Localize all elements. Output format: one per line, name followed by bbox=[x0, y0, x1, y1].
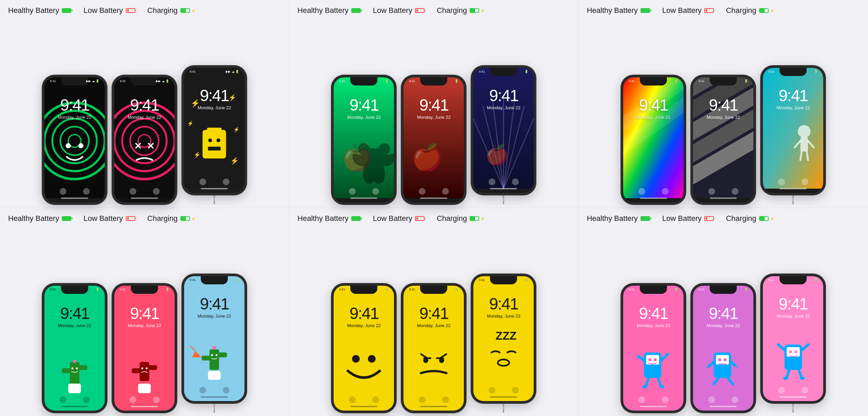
charging-battery-icon bbox=[470, 216, 479, 221]
healthy-header: Healthy Battery bbox=[587, 6, 650, 15]
low-header: Low Battery bbox=[83, 6, 135, 15]
svg-rect-77 bbox=[202, 356, 211, 360]
phone-statusbar: 9:41 ▶▶ ☁ 🔋 bbox=[184, 70, 244, 73]
low-label: Low Battery bbox=[83, 6, 123, 15]
phone-statusbar: 9:41🔋 bbox=[693, 79, 753, 83]
healthy-battery-icon bbox=[62, 8, 71, 13]
phone-icon-camera bbox=[83, 188, 90, 195]
phone-healthy: 9:41 ▶▶ ☁ 🔋 9:41 Monday, June 22 bbox=[42, 75, 107, 204]
charging-cable bbox=[503, 402, 504, 413]
charging-cable bbox=[503, 194, 504, 204]
phone-home-indicator bbox=[350, 197, 377, 199]
phone-body: 9:41🔋 9:41 Monday, June 22 bbox=[112, 284, 177, 413]
phone-home-indicator bbox=[201, 188, 228, 189]
svg-rect-62 bbox=[78, 365, 87, 370]
svg-point-108 bbox=[634, 354, 637, 357]
svg-point-133 bbox=[783, 377, 788, 380]
phone-icon-camera bbox=[372, 396, 379, 403]
phone-icon-camera bbox=[802, 178, 808, 185]
phone-home-indicator bbox=[710, 197, 737, 199]
phones-row: 9:41🔋 9:41 Monday, June 22 bbox=[587, 19, 860, 204]
svg-text:⚡: ⚡ bbox=[230, 156, 239, 165]
phone-icon-camera bbox=[442, 188, 449, 195]
phone-body: ZZZ 9:41🔋 9:41 Monda bbox=[471, 274, 536, 403]
svg-rect-61 bbox=[62, 368, 72, 373]
svg-point-100 bbox=[648, 358, 651, 361]
phone-icon-flashlight bbox=[489, 387, 495, 394]
svg-point-93 bbox=[439, 358, 444, 363]
svg-point-127 bbox=[789, 350, 792, 353]
low-battery-icon bbox=[126, 8, 135, 13]
low-label: Low Battery bbox=[83, 214, 123, 223]
phone-icon-camera bbox=[512, 178, 519, 185]
phone-bottom-icons bbox=[44, 188, 105, 195]
phone-icon-camera bbox=[223, 178, 230, 185]
low-label: Low Battery bbox=[662, 6, 702, 15]
phone-body: 9:41🔋 9:41 Monday, June 22 bbox=[42, 284, 107, 413]
phone-icon-flashlight bbox=[708, 188, 715, 195]
svg-point-128 bbox=[794, 350, 797, 353]
phone-icon-camera bbox=[662, 188, 669, 195]
phone-low: 9:41🔋 9:41 Monday, June 22 bbox=[401, 284, 466, 413]
phone-bottom-icons bbox=[184, 178, 244, 185]
low-battery-icon bbox=[704, 216, 714, 221]
low-header: Low Battery bbox=[373, 6, 425, 15]
phone-icon-camera bbox=[732, 396, 738, 403]
low-battery-icon bbox=[704, 8, 714, 13]
phone-bottom-icons bbox=[473, 387, 534, 394]
svg-text:🍎: 🍎 bbox=[412, 142, 443, 172]
svg-point-106 bbox=[643, 385, 648, 388]
phone-icon-camera bbox=[153, 188, 160, 195]
phone-body: 9:41🔋 9:41 Monday, June 22 bbox=[691, 284, 755, 413]
phone-statusbar: 9:41🔋 bbox=[44, 288, 105, 291]
svg-text:⚡: ⚡ bbox=[233, 127, 240, 133]
phone-icon-flashlight bbox=[778, 178, 785, 185]
low-label: Low Battery bbox=[662, 214, 702, 223]
phone-icon-flashlight bbox=[638, 396, 645, 403]
phone-healthy: 🍎 9:41🔋 9:41 Monday, June 22 bbox=[332, 75, 396, 204]
svg-line-58 bbox=[807, 151, 808, 160]
healthy-label: Healthy Battery bbox=[587, 6, 638, 15]
svg-point-85 bbox=[352, 355, 360, 362]
charging-battery-icon bbox=[759, 8, 769, 13]
phones-row: 🍎 9:41🔋 9:41 Monday, June 22 bbox=[297, 19, 570, 204]
healthy-label: Healthy Battery bbox=[297, 214, 348, 223]
phone-home-indicator bbox=[780, 188, 807, 189]
section-pink-bottom: Healthy Battery Low Battery Charging bbox=[579, 208, 868, 416]
charging-cable bbox=[214, 402, 215, 413]
healthy-battery-icon bbox=[62, 216, 71, 221]
phone-statusbar: 9:41🔋 bbox=[473, 70, 534, 73]
phone-icon-flashlight bbox=[489, 178, 495, 185]
svg-text:ZZZ: ZZZ bbox=[496, 329, 517, 342]
phone-low: 🍎 9:41🔋 9:41 Monday, June 22 bbox=[401, 75, 466, 204]
charging-cable bbox=[792, 402, 794, 413]
healthy-battery-icon bbox=[640, 8, 650, 13]
phone-bottom-icons bbox=[623, 188, 684, 195]
phones-row: 9:41 ▶▶ ☁ 🔋 9:41 Monday, June 22 bbox=[8, 19, 281, 204]
charging-label: Charging bbox=[147, 6, 178, 15]
phone-bottom-icons bbox=[693, 188, 753, 195]
phone-bottom-icons bbox=[403, 396, 464, 403]
phone-icon-flashlight bbox=[349, 188, 356, 195]
svg-point-81 bbox=[216, 354, 218, 356]
svg-point-134 bbox=[800, 377, 805, 380]
phone-body: ⚡ ⚡ ⚡ ⚡ ⚡ ⚡ bbox=[182, 66, 246, 195]
phone-icon-camera bbox=[512, 387, 519, 394]
phone-icon-flashlight bbox=[130, 396, 136, 403]
svg-rect-112 bbox=[716, 355, 729, 364]
low-label: Low Battery bbox=[373, 6, 412, 15]
svg-rect-71 bbox=[148, 365, 157, 370]
phone-statusbar: 9:41🔋 bbox=[334, 79, 394, 83]
phone-home-indicator bbox=[350, 406, 377, 407]
phones-row: 9:41🔋 9:41 Monday, June 22 bbox=[8, 227, 281, 413]
phone-home-indicator bbox=[710, 406, 737, 407]
low-battery-icon bbox=[415, 216, 425, 221]
charging-battery-icon bbox=[180, 8, 190, 13]
phone-icon-camera bbox=[802, 387, 808, 394]
charging-label: Charging bbox=[726, 214, 756, 223]
healthy-header: Healthy Battery bbox=[297, 6, 360, 15]
charging-cable bbox=[214, 194, 215, 204]
svg-rect-29 bbox=[208, 147, 220, 150]
phone-bottom-icons bbox=[473, 178, 534, 185]
svg-text:⚡: ⚡ bbox=[188, 120, 194, 127]
